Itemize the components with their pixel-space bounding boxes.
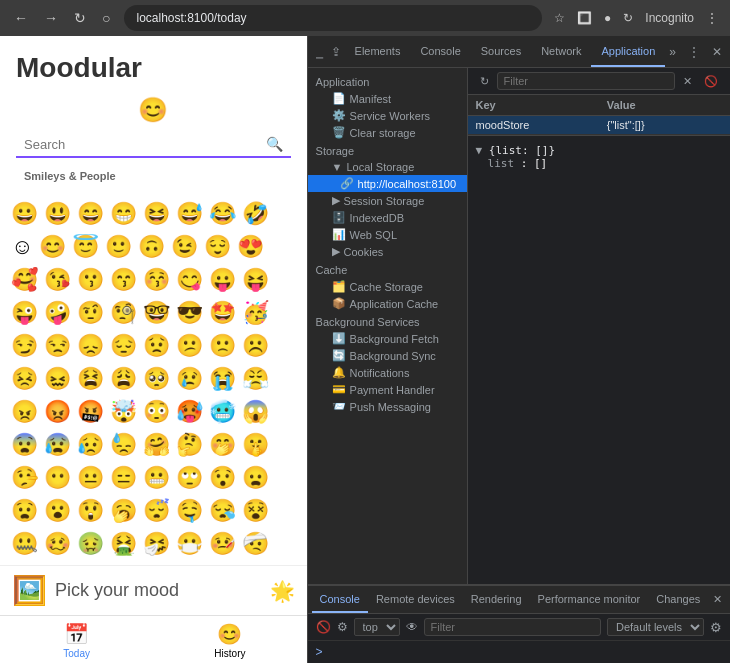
- emoji-item[interactable]: 😟: [140, 330, 173, 363]
- extension-button[interactable]: 🔳: [573, 7, 596, 29]
- emoji-item[interactable]: 😮: [41, 495, 74, 528]
- sidebar-service-workers[interactable]: ⚙️ Service Workers: [308, 107, 467, 124]
- emoji-item[interactable]: 😐: [74, 462, 107, 495]
- emoji-item[interactable]: 😞: [74, 330, 107, 363]
- forward-button[interactable]: →: [38, 6, 64, 30]
- emoji-item[interactable]: 🤢: [74, 528, 107, 561]
- sidebar-session-storage[interactable]: ▶ Session Storage: [308, 192, 467, 209]
- sidebar-cache-storage[interactable]: 🗂️ Cache Storage: [308, 278, 467, 295]
- emoji-item[interactable]: 🥰: [8, 264, 41, 297]
- emoji-item[interactable]: 😣: [8, 363, 41, 396]
- devtools-pointer-button[interactable]: ⇪: [327, 43, 345, 61]
- sidebar-notifications[interactable]: 🔔 Notifications: [308, 364, 467, 381]
- refresh-filter-button[interactable]: ↻: [476, 73, 493, 90]
- emoji-item[interactable]: 😖: [41, 363, 74, 396]
- emoji-item[interactable]: ☹️: [239, 330, 272, 363]
- tab-today[interactable]: 📅 Today: [0, 622, 153, 659]
- emoji-item[interactable]: 🥵: [173, 396, 206, 429]
- emoji-item[interactable]: 😯: [206, 462, 239, 495]
- emoji-item[interactable]: 😌: [201, 231, 234, 264]
- emoji-item[interactable]: 😫: [74, 363, 107, 396]
- console-tab-changes[interactable]: Changes: [648, 586, 708, 613]
- emoji-item[interactable]: 🤭: [206, 429, 239, 462]
- console-tab-remote[interactable]: Remote devices: [368, 586, 463, 613]
- emoji-item[interactable]: 😎: [173, 297, 206, 330]
- emoji-item[interactable]: 😥: [74, 429, 107, 462]
- clear-filter-button[interactable]: ✕: [679, 73, 696, 90]
- sidebar-cookies[interactable]: ▶ Cookies: [308, 243, 467, 260]
- emoji-item[interactable]: 😗: [74, 264, 107, 297]
- emoji-item[interactable]: 😡: [41, 396, 74, 429]
- table-row[interactable]: moodStore {"list":[]}: [468, 116, 730, 135]
- emoji-item[interactable]: 😭: [206, 363, 239, 396]
- emoji-item[interactable]: 😍: [234, 231, 267, 264]
- tab-history[interactable]: 😊 History: [153, 622, 306, 659]
- emoji-item[interactable]: 🤩: [206, 297, 239, 330]
- emoji-item[interactable]: 😆: [140, 198, 173, 231]
- devtools-dock-button[interactable]: ⎯: [312, 43, 327, 61]
- tab-elements[interactable]: Elements: [345, 36, 411, 67]
- emoji-item[interactable]: 😢: [173, 363, 206, 396]
- back-button[interactable]: ←: [8, 6, 34, 30]
- emoji-item[interactable]: 🤮: [107, 528, 140, 561]
- emoji-item[interactable]: 😒: [41, 330, 74, 363]
- sidebar-web-sql[interactable]: 📊 Web SQL: [308, 226, 467, 243]
- emoji-item[interactable]: 🤕: [239, 528, 272, 561]
- console-settings-toggle[interactable]: ⚙: [337, 620, 348, 634]
- address-bar[interactable]: [124, 5, 542, 31]
- emoji-item[interactable]: 😃: [41, 198, 74, 231]
- emoji-item[interactable]: 😀: [8, 198, 41, 231]
- emoji-item[interactable]: ☺️: [8, 231, 36, 264]
- emoji-item[interactable]: 😳: [140, 396, 173, 429]
- emoji-item[interactable]: 🤣: [239, 198, 272, 231]
- emoji-item[interactable]: 😑: [107, 462, 140, 495]
- emoji-item[interactable]: 🧐: [107, 297, 140, 330]
- emoji-item[interactable]: 😉: [168, 231, 201, 264]
- search-container[interactable]: 🔍: [16, 132, 291, 158]
- emoji-item[interactable]: 🥺: [140, 363, 173, 396]
- emoji-item[interactable]: 🙄: [173, 462, 206, 495]
- emoji-item[interactable]: 😂: [206, 198, 239, 231]
- context-select[interactable]: top: [354, 618, 400, 636]
- emoji-item[interactable]: 😱: [239, 396, 272, 429]
- emoji-item[interactable]: 🥳: [239, 297, 272, 330]
- emoji-item[interactable]: 😜: [8, 297, 41, 330]
- tab-network[interactable]: Network: [531, 36, 591, 67]
- console-tab-rendering[interactable]: Rendering: [463, 586, 530, 613]
- console-tab-perf[interactable]: Performance monitor: [530, 586, 649, 613]
- console-filter-input[interactable]: [424, 618, 601, 636]
- emoji-item[interactable]: 😓: [107, 429, 140, 462]
- emoji-item[interactable]: 😅: [173, 198, 206, 231]
- sidebar-localhost[interactable]: 🔗 http://localhost:8100: [308, 175, 467, 192]
- sidebar-bg-sync[interactable]: 🔄 Background Sync: [308, 347, 467, 364]
- emoji-item[interactable]: 🤓: [140, 297, 173, 330]
- emoji-item[interactable]: 😘: [41, 264, 74, 297]
- emoji-item[interactable]: 😕: [173, 330, 206, 363]
- emoji-item[interactable]: 😪: [206, 495, 239, 528]
- console-input[interactable]: [327, 646, 722, 659]
- emoji-item[interactable]: 😇: [69, 231, 102, 264]
- emoji-item[interactable]: 😲: [74, 495, 107, 528]
- emoji-item[interactable]: 😋: [173, 264, 206, 297]
- tab-application[interactable]: Application: [591, 36, 665, 67]
- sidebar-local-storage[interactable]: ▼ Local Storage: [308, 159, 467, 175]
- bookmark-button[interactable]: ☆: [550, 7, 569, 29]
- emoji-item[interactable]: 🤯: [107, 396, 140, 429]
- console-gear-button[interactable]: ⚙: [710, 620, 722, 635]
- sync-button[interactable]: ↻: [619, 7, 637, 29]
- emoji-item[interactable]: 🤤: [173, 495, 206, 528]
- emoji-item[interactable]: 🙃: [135, 231, 168, 264]
- emoji-item[interactable]: 😨: [8, 429, 41, 462]
- filter-input[interactable]: [497, 72, 675, 90]
- log-levels-select[interactable]: Default levels: [607, 618, 704, 636]
- console-tab-console[interactable]: Console: [312, 586, 368, 613]
- emoji-item[interactable]: 😷: [173, 528, 206, 561]
- more-tabs-button[interactable]: »: [665, 43, 680, 61]
- tab-sources[interactable]: Sources: [471, 36, 531, 67]
- emoji-item[interactable]: 🥱: [107, 495, 140, 528]
- search-input[interactable]: [24, 137, 266, 152]
- emoji-item[interactable]: 😙: [107, 264, 140, 297]
- emoji-item[interactable]: 🤗: [140, 429, 173, 462]
- tab-console[interactable]: Console: [410, 36, 470, 67]
- expand-json-button[interactable]: ▼: [476, 144, 483, 157]
